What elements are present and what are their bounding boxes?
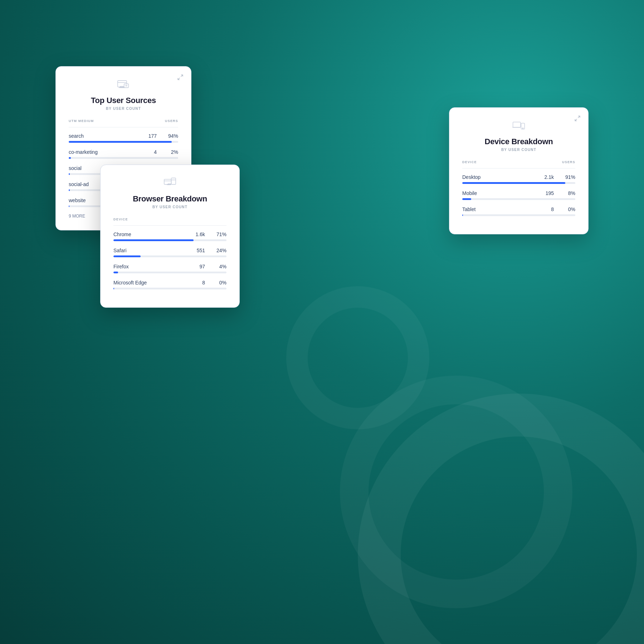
top-sources-col-left: UTM MEDIUM — [69, 119, 94, 123]
device-col-right: USERS — [562, 160, 575, 164]
svg-line-1 — [178, 78, 180, 80]
device-breakdown-title: Device Breakdown — [462, 137, 575, 146]
table-row: Tablet 8 0% — [462, 206, 575, 216]
device-icon — [462, 119, 575, 133]
table-row: Mobile 195 8% — [462, 190, 575, 200]
progress-bar — [113, 288, 226, 289]
progress-bar — [462, 182, 575, 184]
device-breakdown-card: Device Breakdown BY USER COUNT DEVICE US… — [449, 107, 589, 234]
svg-point-20 — [522, 128, 523, 128]
browser-breakdown-title: Browser Breakdown — [113, 194, 226, 204]
progress-bar — [462, 214, 575, 216]
svg-line-16 — [575, 119, 577, 121]
svg-rect-6 — [124, 84, 129, 88]
browser-breakdown-subtitle: BY USER COUNT — [113, 205, 226, 209]
top-sources-icon — [69, 78, 178, 92]
device-table-header: DEVICE USERS — [462, 160, 575, 164]
device-col-left: DEVICE — [462, 160, 477, 164]
top-sources-col-right: USERS — [165, 119, 178, 123]
browser-icon — [113, 176, 226, 191]
table-row: Firefox 97 4% — [113, 264, 226, 273]
expand-icon[interactable] — [573, 114, 582, 123]
svg-rect-19 — [521, 123, 525, 129]
progress-bar — [69, 141, 178, 143]
table-row: Desktop 2.1k 91% — [462, 174, 575, 184]
table-row: co-marketing 4 2% — [69, 149, 178, 159]
svg-rect-17 — [513, 122, 521, 127]
table-row: Microsoft Edge 8 0% — [113, 280, 226, 289]
progress-bar — [113, 272, 226, 273]
table-row: Safari 551 24% — [113, 248, 226, 257]
svg-line-15 — [578, 116, 580, 118]
expand-icon[interactable] — [176, 73, 185, 82]
progress-bar — [113, 239, 226, 241]
top-sources-table-header: UTM MEDIUM USERS — [69, 119, 178, 123]
progress-bar — [462, 198, 575, 200]
browser-breakdown-card: Browser Breakdown BY USER COUNT DEVICE C… — [100, 165, 240, 308]
browser-table-header: DEVICE — [113, 218, 226, 221]
browser-col-left: DEVICE — [113, 218, 128, 221]
device-breakdown-subtitle: BY USER COUNT — [462, 148, 575, 152]
progress-bar — [69, 157, 178, 159]
table-row: search 177 94% — [69, 133, 178, 143]
table-row: Chrome 1.6k 71% — [113, 231, 226, 241]
svg-rect-13 — [171, 178, 176, 185]
svg-line-0 — [181, 75, 183, 77]
progress-bar — [113, 255, 226, 257]
top-sources-subtitle: BY USER COUNT — [69, 107, 178, 111]
top-sources-title: Top User Sources — [69, 96, 178, 105]
